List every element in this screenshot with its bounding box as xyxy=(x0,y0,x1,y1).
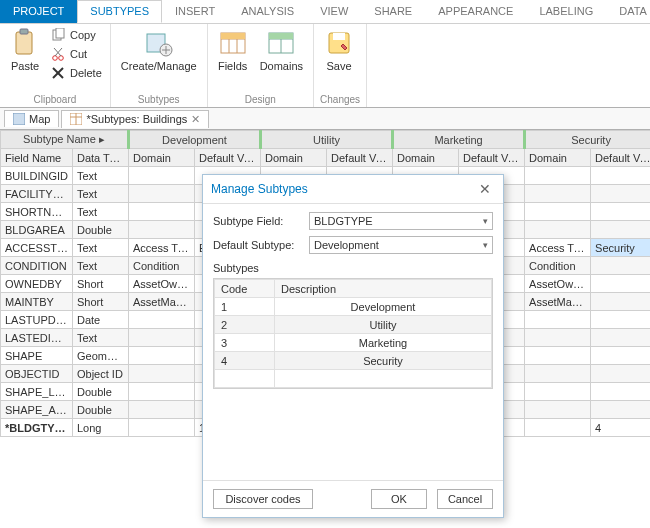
cell[interactable]: Text xyxy=(73,167,129,185)
cell[interactable] xyxy=(525,311,591,329)
cell[interactable]: MAINTBY xyxy=(1,293,73,311)
column-header[interactable]: Data Type xyxy=(73,149,129,167)
code-cell[interactable]: 3 xyxy=(215,334,275,352)
cut-button[interactable]: Cut xyxy=(48,45,104,63)
cell[interactable] xyxy=(129,167,195,185)
cell[interactable] xyxy=(591,401,650,419)
copy-button[interactable]: Copy xyxy=(48,26,104,44)
cell[interactable] xyxy=(525,329,591,347)
column-header[interactable]: Domain xyxy=(525,149,591,167)
code-cell[interactable]: 1 xyxy=(215,298,275,316)
ribbon-tab-analysis[interactable]: ANALYSIS xyxy=(228,0,307,23)
doc-tab[interactable]: *Subtypes: Buildings✕ xyxy=(61,110,209,128)
column-header[interactable]: Domain xyxy=(261,149,327,167)
cell[interactable]: SHAPE_Length xyxy=(1,383,73,401)
paste-button[interactable]: Paste xyxy=(6,26,44,74)
cell[interactable]: *BLDGTYPE xyxy=(1,419,73,437)
subtype-row[interactable]: 3Marketing xyxy=(215,334,492,352)
ribbon-tab-appearance[interactable]: APPEARANCE xyxy=(425,0,526,23)
code-cell[interactable]: 4 xyxy=(215,352,275,370)
cell[interactable]: Double xyxy=(73,401,129,419)
cell[interactable]: Object ID xyxy=(73,365,129,383)
cell[interactable]: AssetOwner xyxy=(525,275,591,293)
cell[interactable]: Security xyxy=(591,239,650,257)
cell[interactable] xyxy=(129,365,195,383)
cell[interactable]: Text xyxy=(73,257,129,275)
cell[interactable]: Long xyxy=(73,419,129,437)
create-manage-button[interactable]: Create/Manage xyxy=(117,26,201,74)
cell[interactable] xyxy=(591,185,650,203)
cell[interactable]: LASTEDITOR xyxy=(1,329,73,347)
cell[interactable] xyxy=(525,221,591,239)
cell[interactable] xyxy=(591,293,650,311)
ribbon-tab-share[interactable]: SHARE xyxy=(361,0,425,23)
cell[interactable]: Text xyxy=(73,185,129,203)
desc-cell[interactable]: Marketing xyxy=(275,334,492,352)
cell[interactable] xyxy=(525,365,591,383)
cell[interactable] xyxy=(591,257,650,275)
cell[interactable]: OBJECTID xyxy=(1,365,73,383)
cell[interactable] xyxy=(129,419,195,437)
subtype-row[interactable]: 1Development xyxy=(215,298,492,316)
ribbon-tab-subtypes[interactable]: SUBTYPES xyxy=(77,0,162,23)
cell[interactable]: Access Type xyxy=(129,239,195,257)
close-icon[interactable]: ✕ xyxy=(475,181,495,197)
cell[interactable]: SHAPE_Area xyxy=(1,401,73,419)
column-header[interactable]: Default Value xyxy=(195,149,261,167)
cell[interactable]: OWNEDBY xyxy=(1,275,73,293)
cell[interactable]: Text xyxy=(73,329,129,347)
cell[interactable] xyxy=(525,419,591,437)
subtypes-table[interactable]: Code Description 1Development2Utility3Ma… xyxy=(213,278,493,389)
cell[interactable] xyxy=(591,383,650,401)
cell[interactable]: Condition xyxy=(129,257,195,275)
cell[interactable]: Access Type xyxy=(525,239,591,257)
cell[interactable] xyxy=(129,347,195,365)
subtype-field-select[interactable]: BLDGTYPE ▾ xyxy=(309,212,493,230)
group-header[interactable]: Marketing xyxy=(393,131,525,149)
cell[interactable]: AssetManager xyxy=(129,293,195,311)
cell[interactable] xyxy=(129,401,195,419)
ribbon-tab-view[interactable]: VIEW xyxy=(307,0,361,23)
subtype-row[interactable]: 4Security xyxy=(215,352,492,370)
cell[interactable]: Short xyxy=(73,293,129,311)
cell[interactable]: SHORTNAME xyxy=(1,203,73,221)
column-header[interactable]: Default Value xyxy=(591,149,650,167)
fields-button[interactable]: Fields xyxy=(214,26,252,74)
cell[interactable] xyxy=(129,221,195,239)
ribbon-tab-data[interactable]: DATA xyxy=(606,0,650,23)
cell[interactable]: Double xyxy=(73,383,129,401)
cell[interactable] xyxy=(591,347,650,365)
cell[interactable] xyxy=(129,329,195,347)
cell[interactable] xyxy=(525,401,591,419)
desc-cell[interactable]: Security xyxy=(275,352,492,370)
cell[interactable] xyxy=(129,203,195,221)
cell[interactable]: Short xyxy=(73,275,129,293)
code-cell[interactable]: 2 xyxy=(215,316,275,334)
cell[interactable]: Text xyxy=(73,239,129,257)
cell[interactable]: BUILDINGID xyxy=(1,167,73,185)
cell[interactable]: Date xyxy=(73,311,129,329)
cell[interactable]: SHAPE xyxy=(1,347,73,365)
cell[interactable] xyxy=(525,167,591,185)
cell[interactable] xyxy=(591,203,650,221)
cell[interactable] xyxy=(591,329,650,347)
discover-codes-button[interactable]: Discover codes xyxy=(213,489,313,509)
cell[interactable]: AssetOwner xyxy=(129,275,195,293)
group-header[interactable]: Security xyxy=(525,131,650,149)
cell[interactable] xyxy=(525,383,591,401)
ok-button[interactable]: OK xyxy=(371,489,427,509)
cell[interactable]: CONDITION xyxy=(1,257,73,275)
cancel-button[interactable]: Cancel xyxy=(437,489,493,509)
group-header[interactable]: Development xyxy=(129,131,261,149)
code-cell[interactable] xyxy=(215,370,275,388)
cell[interactable]: Geometry xyxy=(73,347,129,365)
cell[interactable] xyxy=(591,221,650,239)
cell[interactable]: Condition xyxy=(525,257,591,275)
desc-cell[interactable] xyxy=(275,370,492,388)
subtype-name-header[interactable]: Subtype Name ▸ xyxy=(1,131,129,149)
desc-cell[interactable]: Utility xyxy=(275,316,492,334)
column-header[interactable]: Field Name xyxy=(1,149,73,167)
cell[interactable] xyxy=(591,311,650,329)
delete-button[interactable]: Delete xyxy=(48,64,104,82)
cell[interactable]: Double xyxy=(73,221,129,239)
